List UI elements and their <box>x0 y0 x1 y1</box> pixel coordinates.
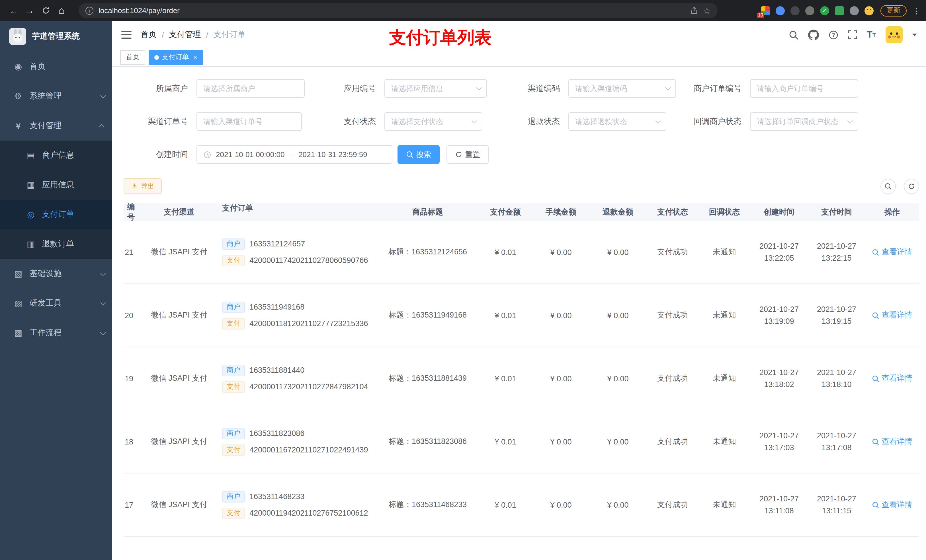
github-icon[interactable] <box>808 29 819 40</box>
notify-status-select[interactable]: 请选择订单回调商户状态 <box>750 112 858 131</box>
view-detail-label: 查看详情 <box>882 310 912 320</box>
export-button[interactable]: 导出 <box>124 178 162 194</box>
app-select[interactable]: 请选择应用信息 <box>384 79 487 98</box>
extension-icon[interactable]: 10 <box>761 6 770 15</box>
download-icon <box>131 183 138 190</box>
search-button[interactable]: 搜索 <box>398 145 440 164</box>
sidebar-item-workflow[interactable]: 工作流程 <box>0 318 112 348</box>
merchant-order-no-input[interactable] <box>750 79 858 98</box>
font-size-icon[interactable] <box>867 30 876 40</box>
tab-label: 支付订单 <box>162 52 189 62</box>
search-icon[interactable] <box>789 30 799 39</box>
cell-amount: ¥ 0.01 <box>478 284 533 347</box>
tags-view-bar: 首页 支付订单 × <box>112 48 926 66</box>
cell-create-time: 2021-10-2713:11:08 <box>750 474 808 536</box>
cell-create-time: 2021-10-2713:19:09 <box>750 284 808 347</box>
table-row: 19微信 JSAPI 支付商户1635311881440支付4200001173… <box>124 347 919 410</box>
logo: 芋道管理系统 <box>0 21 112 52</box>
chevron-down-icon[interactable] <box>912 33 917 36</box>
cell-notify-status: 未通知 <box>699 221 750 284</box>
tab-pay-order[interactable]: 支付订单 × <box>149 50 203 65</box>
tab-home[interactable]: 首页 <box>120 50 145 65</box>
chevron-down-icon <box>476 85 482 91</box>
cell-pay-channel: 微信 JSAPI 支付 <box>141 284 218 347</box>
browser-reload-icon[interactable] <box>38 3 53 18</box>
date-start[interactable]: 2021-10-01 00:00:00 <box>216 150 284 159</box>
view-detail-link[interactable]: 查看详情 <box>872 436 912 447</box>
cell-amount: ¥ 0.01 <box>478 410 533 473</box>
user-avatar[interactable] <box>885 26 903 43</box>
filter-label: 所属商户 <box>112 83 197 94</box>
sidebar-item-pay-order[interactable]: 支付订单 <box>0 200 112 229</box>
cell-fee: ¥ 0.00 <box>533 221 589 284</box>
sidebar-item-merchant-info[interactable]: 商户信息 <box>0 140 112 170</box>
pay-order-no: 4200001173202110272847982104 <box>250 382 368 391</box>
pay-tag: 支付 <box>222 444 245 456</box>
table-row: 18微信 JSAPI 支付商户1635311823086支付4200001167… <box>124 410 919 474</box>
grid-icon <box>25 180 36 190</box>
filter-label: 商户订单编号 <box>642 83 750 94</box>
cell-fee: ¥ 0.00 <box>533 347 589 410</box>
pay-tag: 支付 <box>222 507 245 519</box>
sidebar-item-infrastructure[interactable]: 基础设施 <box>0 259 112 288</box>
channel-order-no-input[interactable] <box>197 112 302 131</box>
url-bar[interactable]: localhost:1024/pay/order <box>79 3 717 18</box>
browser-forward-icon[interactable] <box>22 3 38 18</box>
browser-update-button[interactable]: 更新 <box>881 5 906 16</box>
close-icon[interactable]: × <box>193 53 197 61</box>
browser-home-icon[interactable] <box>53 3 70 18</box>
view-detail-link[interactable]: 查看详情 <box>872 310 912 320</box>
pay-order-no: 4200001167202110271022491439 <box>250 445 368 454</box>
filter-pay-status: 支付状态 请选择支付状态 <box>300 112 483 131</box>
browser-back-icon[interactable] <box>6 3 22 18</box>
profile-avatar-icon[interactable] <box>864 6 874 15</box>
cell-title: 标题：1635311823086 <box>377 410 478 473</box>
sidebar-item-label: 退款订单 <box>42 239 74 249</box>
screen: localhost:1024/pay/order 10 更新 <box>0 0 926 560</box>
share-icon[interactable] <box>690 6 698 15</box>
cell-notify-status <box>699 537 750 560</box>
reset-button[interactable]: 重置 <box>446 145 489 164</box>
extension-icon[interactable] <box>820 6 829 15</box>
bookmark-star-icon[interactable] <box>703 5 711 16</box>
view-detail-link[interactable]: 查看详情 <box>872 247 912 257</box>
sidebar-item-home[interactable]: 首页 <box>0 52 112 82</box>
sidebar-toggle-icon[interactable] <box>121 31 132 39</box>
search-toggle-button[interactable] <box>881 178 896 194</box>
sidebar-item-dev-tools[interactable]: 研发工具 <box>0 288 112 318</box>
cell-amount <box>478 537 533 560</box>
refresh-button[interactable] <box>904 178 919 194</box>
cell-refund: ¥ 0.00 <box>589 474 646 536</box>
pay-order-line: 支付4200001181202110277723215336 <box>222 318 368 329</box>
breadcrumb: 首页 / 支付管理 / 支付订单 <box>141 30 245 40</box>
view-detail-link[interactable]: 查看详情 <box>872 500 912 510</box>
merchant-select[interactable] <box>197 79 305 98</box>
date-end[interactable]: 2021-10-31 23:59:59 <box>298 150 367 159</box>
magnifier-icon <box>872 248 879 256</box>
breadcrumb-section[interactable]: 支付管理 <box>169 30 201 40</box>
cell-actions: 查看详情 <box>865 410 919 473</box>
browser-menu-icon[interactable] <box>912 6 920 15</box>
url-text[interactable]: localhost:1024/pay/order <box>98 6 685 15</box>
fullscreen-icon[interactable] <box>848 30 857 39</box>
sidebar-item-app-info[interactable]: 应用信息 <box>0 170 112 200</box>
site-info-icon[interactable] <box>85 6 94 15</box>
extensions-puzzle-icon[interactable] <box>850 6 859 15</box>
sidebar-item-system[interactable]: 系统管理 <box>0 82 112 111</box>
extension-icon[interactable] <box>790 6 800 15</box>
cell-pay-time: 2021-10-2713:18:10 <box>808 347 865 410</box>
view-detail-link[interactable]: 查看详情 <box>872 373 912 383</box>
cell-notify-status: 未通知 <box>699 474 750 536</box>
extension-icon[interactable] <box>805 6 814 15</box>
pay-tag: 支付 <box>222 255 245 266</box>
pay-status-select[interactable]: 请选择支付状态 <box>384 112 483 131</box>
extension-icon[interactable] <box>835 6 844 15</box>
column-header: 手续金额 <box>533 203 589 221</box>
extension-icon[interactable] <box>776 6 785 15</box>
breadcrumb-home[interactable]: 首页 <box>141 30 157 40</box>
date-range-picker[interactable]: 2021-10-01 00:00:00 - 2021-10-31 23:59:5… <box>197 145 392 164</box>
tab-label: 首页 <box>126 52 139 62</box>
help-icon[interactable]: ? <box>829 30 838 39</box>
sidebar-item-payment[interactable]: 支付管理 <box>0 111 112 140</box>
sidebar-item-refund-order[interactable]: 退款订单 <box>0 229 112 259</box>
